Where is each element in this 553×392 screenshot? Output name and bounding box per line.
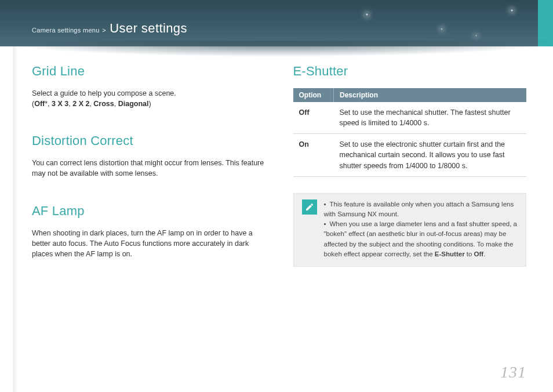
section-distortion: Distortion Correct You can correct lens … [32, 133, 265, 179]
section-e-shutter: E-Shutter Option Description Off Set to … [293, 64, 527, 267]
section-grid-line: Grid Line Select a guide to help you com… [32, 64, 265, 109]
note-item: This feature is available only when you … [324, 199, 518, 220]
note-box: This feature is available only when you … [293, 193, 527, 267]
page-title: User settings [110, 21, 187, 35]
binding-shadow [13, 0, 17, 392]
e-shutter-table: Option Description Off Set to use the me… [293, 88, 527, 177]
cell-option: On [293, 134, 334, 176]
manual-page: Camera settings menu > User settings Gri… [0, 0, 553, 392]
note-list: This feature is available only when you … [324, 199, 518, 260]
th-option: Option [293, 88, 334, 102]
sparkle-decor [441, 28, 443, 30]
cell-option: Off [293, 102, 334, 134]
heading-af-lamp: AF Lamp [32, 204, 265, 219]
content-body: Grid Line Select a guide to help you com… [0, 46, 553, 284]
table-header-row: Option Description [293, 88, 527, 102]
sparkle-decor [510, 9, 514, 12]
cell-desc: Set to use the electronic shutter curtai… [334, 134, 527, 176]
page-number: 131 [500, 363, 526, 382]
section-tab [538, 0, 553, 46]
table-row: On Set to use the electronic shutter cur… [293, 134, 527, 176]
table-row: Off Set to use the mechanical shutter. T… [293, 102, 527, 134]
breadcrumb-text: Camera settings menu [32, 27, 100, 34]
section-af-lamp: AF Lamp When shooting in dark places, tu… [32, 204, 265, 259]
sparkle-decor [365, 13, 369, 16]
sparkle-decor [475, 35, 477, 37]
af-lamp-text: When shooting in dark places, turn the A… [32, 228, 265, 259]
cell-desc: Set to use the mechanical shutter. The f… [334, 102, 527, 134]
breadcrumb: Camera settings menu > User settings [32, 21, 187, 36]
note-item: When you use a large diameter lens and a… [324, 219, 518, 259]
heading-e-shutter: E-Shutter [293, 64, 527, 79]
distortion-text: You can correct lens distortion that mig… [32, 158, 265, 179]
grid-line-text: Select a guide to help you compose a sce… [32, 88, 265, 99]
breadcrumb-separator: > [102, 27, 106, 34]
right-column: E-Shutter Option Description Off Set to … [293, 64, 527, 284]
page-header: Camera settings menu > User settings [0, 0, 553, 46]
heading-grid-line: Grid Line [32, 64, 265, 79]
th-description: Description [334, 88, 527, 102]
heading-distortion: Distortion Correct [32, 133, 265, 148]
pencil-icon [305, 202, 314, 212]
note-icon [302, 199, 317, 215]
grid-line-options: (Off*, 3 X 3, 2 X 2, Cross, Diagonal) [32, 99, 265, 109]
left-column: Grid Line Select a guide to help you com… [32, 64, 265, 284]
